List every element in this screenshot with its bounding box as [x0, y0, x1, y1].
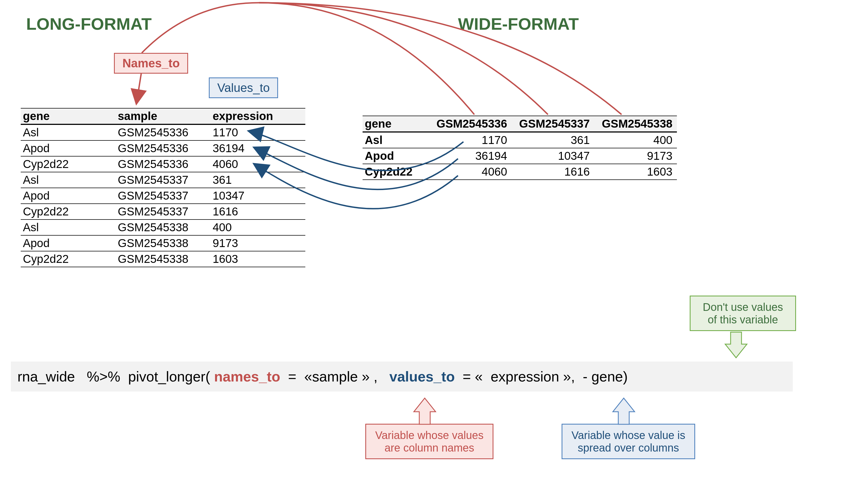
table-cell: Asl — [21, 124, 116, 141]
table-cell: Apod — [363, 148, 429, 164]
table-cell: 361 — [211, 172, 305, 188]
table-row: Cyp2d22GSM25453364060 — [21, 156, 305, 172]
table-cell: 1170 — [211, 124, 305, 141]
table-cell: Apod — [21, 141, 116, 156]
table-cell: 361 — [512, 132, 594, 148]
table-cell: Asl — [363, 132, 429, 148]
wide-format-table: gene GSM2545336 GSM2545337 GSM2545338 As… — [363, 116, 677, 180]
table-cell: Cyp2d22 — [363, 164, 429, 180]
code-text-2: = «sample » , — [280, 368, 389, 385]
table-cell: GSM2545337 — [116, 204, 211, 219]
table-cell: 10347 — [211, 188, 305, 204]
long-header-sample: sample — [116, 108, 211, 124]
table-cell: Cyp2d22 — [21, 204, 116, 219]
table-row: Apod36194103479173 — [363, 148, 677, 164]
wide-header-c1: GSM2545336 — [429, 116, 512, 132]
table-cell: 1603 — [211, 251, 305, 267]
table-cell: 4060 — [211, 156, 305, 172]
table-row: AslGSM2545337361 — [21, 172, 305, 188]
long-format-title: LONG-FORMAT — [26, 14, 152, 34]
table-row: ApodGSM254533636194 — [21, 141, 305, 156]
table-row: AslGSM2545338400 — [21, 219, 305, 235]
table-cell: 9173 — [594, 148, 677, 164]
table-cell: Cyp2d22 — [21, 251, 116, 267]
table-cell: Asl — [21, 219, 116, 235]
table-cell: Cyp2d22 — [21, 156, 116, 172]
wide-header-c3: GSM2545338 — [594, 116, 677, 132]
callout-red-arrow-icon — [414, 398, 436, 424]
table-cell: 9173 — [211, 235, 305, 251]
code-text-3: = « expression », - gene) — [455, 368, 627, 385]
table-cell: 1616 — [512, 164, 594, 180]
table-row: ApodGSM254533710347 — [21, 188, 305, 204]
table-cell: 1170 — [429, 132, 512, 148]
table-row: Cyp2d22GSM25453381603 — [21, 251, 305, 267]
table-cell: Apod — [21, 235, 116, 251]
code-names-to: names_to — [214, 368, 280, 385]
code-bar: rna_wide %>% pivot_longer( names_to = «s… — [11, 362, 793, 392]
table-cell: 36194 — [211, 141, 305, 156]
wide-format-title: WIDE-FORMAT — [458, 14, 579, 34]
table-cell: 1603 — [594, 164, 677, 180]
table-cell: GSM2545336 — [116, 156, 211, 172]
table-cell: GSM2545337 — [116, 172, 211, 188]
table-cell: 36194 — [429, 148, 512, 164]
table-cell: 1616 — [211, 204, 305, 219]
table-cell: Asl — [21, 172, 116, 188]
long-format-table: gene sample expression AslGSM25453361170… — [21, 108, 305, 267]
long-header-gene: gene — [21, 108, 116, 124]
table-cell: 400 — [594, 132, 677, 148]
table-row: AslGSM25453361170 — [21, 124, 305, 141]
long-header-expression: expression — [211, 108, 305, 124]
table-row: Cyp2d22GSM25453371616 — [21, 204, 305, 219]
names-to-label-box: Names_to — [114, 53, 188, 73]
code-text-1: rna_wide %>% pivot_longer( — [18, 368, 214, 385]
table-cell: GSM2545336 — [116, 124, 211, 141]
wide-header-c2: GSM2545337 — [512, 116, 594, 132]
table-row: Asl1170361400 — [363, 132, 677, 148]
table-cell: Apod — [21, 188, 116, 204]
callout-blue-arrow-icon — [613, 398, 634, 424]
table-cell: GSM2545338 — [116, 219, 211, 235]
table-cell: 400 — [211, 219, 305, 235]
table-row: ApodGSM25453389173 — [21, 235, 305, 251]
code-values-to: values_to — [389, 368, 455, 385]
table-cell: 4060 — [429, 164, 512, 180]
callout-values-to: Variable whose value isspread over colum… — [562, 424, 695, 459]
values-to-label-box: Values_to — [209, 78, 278, 98]
table-cell: 10347 — [512, 148, 594, 164]
callout-gene: Don't use valuesof this variable — [690, 296, 796, 331]
table-cell: GSM2545338 — [116, 251, 211, 267]
table-cell: GSM2545338 — [116, 235, 211, 251]
callout-names-to: Variable whose valuesare column names — [365, 424, 493, 459]
callout-green-arrow-icon — [725, 332, 747, 358]
wide-header-gene: gene — [363, 116, 429, 132]
table-cell: GSM2545336 — [116, 141, 211, 156]
table-cell: GSM2545337 — [116, 188, 211, 204]
table-row: Cyp2d22406016161603 — [363, 164, 677, 180]
